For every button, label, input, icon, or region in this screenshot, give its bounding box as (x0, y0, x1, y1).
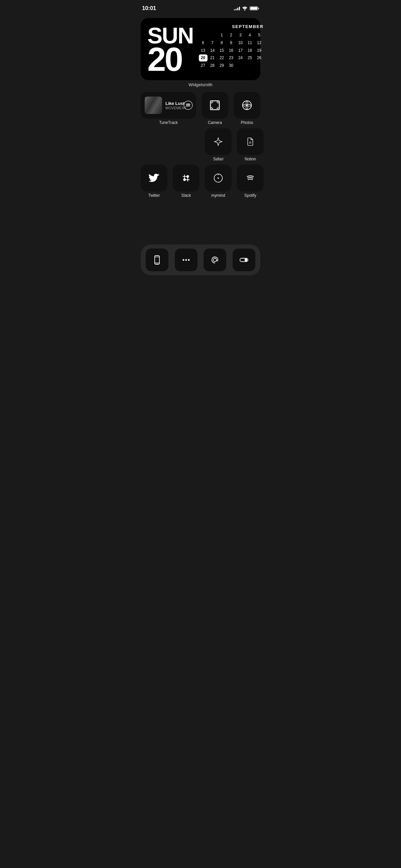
safari-icon (205, 128, 232, 155)
cal-day-9: 9 (227, 39, 236, 46)
spotify-app[interactable]: Spotify (237, 165, 264, 198)
cal-day-1: 1 (218, 32, 226, 39)
tunetrack-album-art (145, 97, 162, 114)
cal-day-20-today: 20 (199, 55, 208, 61)
app-grid-row1: Like Lust MOVEMENT TuneTrack (135, 92, 266, 125)
dock-mail-icon (204, 249, 226, 271)
dock-phone[interactable] (144, 249, 171, 271)
toggle-icon (239, 255, 249, 265)
slack-icon-svg (180, 172, 192, 184)
tunetrack-app[interactable]: Like Lust MOVEMENT TuneTrack (141, 92, 196, 125)
cal-day-16: 16 (227, 47, 236, 54)
tunetrack-label: TuneTrack (159, 120, 178, 125)
cal-day-8: 8 (218, 39, 226, 46)
twitter-icon-svg (148, 172, 160, 184)
mail-at-icon (210, 255, 220, 265)
camera-icon (202, 92, 228, 119)
slack-app[interactable]: Slack (173, 165, 199, 198)
svg-point-27 (245, 258, 247, 261)
svg-point-23 (185, 259, 187, 261)
notion-label: Notion (245, 157, 256, 161)
cal-day-23: 23 (227, 55, 236, 61)
camera-app[interactable]: Camera (202, 92, 228, 125)
spotify-label: Spotify (244, 193, 256, 198)
calendar-grid: 1 2 3 4 5 6 7 8 9 10 11 12 13 14 15 16 1… (199, 32, 264, 69)
calendar-widget[interactable]: SUN 20 SEPTEMBER 1 2 3 4 5 6 7 8 9 10 11… (141, 18, 260, 80)
photos-label: Photos (241, 120, 253, 125)
slack-icon (173, 165, 199, 191)
cal-day-29: 29 (218, 62, 226, 69)
wifi-icon (242, 6, 248, 11)
svg-point-1 (184, 101, 192, 110)
cal-day-21: 21 (208, 55, 217, 61)
dock-settings[interactable] (231, 249, 257, 271)
widget-date-number: 20 (147, 44, 193, 74)
twitter-label: Twitter (148, 193, 160, 198)
cal-day-17: 17 (236, 47, 245, 54)
cal-day-30: 30 (227, 62, 236, 69)
dock-more[interactable] (173, 249, 199, 271)
phone-icon (152, 255, 162, 265)
safari-app[interactable]: Safari (205, 128, 232, 161)
cal-day-3: 3 (236, 32, 245, 39)
cal-day-27: 27 (199, 62, 208, 69)
widget-date-left: SUN 20 (147, 24, 193, 74)
dock-more-icon (175, 249, 197, 271)
twitter-icon (141, 165, 167, 191)
svg-point-25 (213, 258, 217, 261)
photos-icon-svg (241, 99, 253, 112)
safari-icon-svg (212, 135, 224, 148)
cal-day-10: 10 (236, 39, 245, 46)
svg-point-16 (218, 178, 219, 179)
signal-icon (234, 6, 240, 10)
widget-calendar-right: SEPTEMBER 1 2 3 4 5 6 7 8 9 10 11 12 13 … (199, 24, 264, 69)
cal-day-14: 14 (208, 47, 217, 54)
cal-day-15: 15 (218, 47, 226, 54)
camera-icon-svg (209, 99, 221, 112)
photos-app[interactable]: Photos (234, 92, 260, 125)
spotify-mini-icon (183, 100, 193, 110)
cal-day-25: 25 (246, 55, 254, 61)
dock-mail[interactable] (202, 249, 228, 271)
dock-phone-icon (146, 249, 168, 271)
cal-day-12: 12 (255, 39, 264, 46)
tunetrack-icon: Like Lust MOVEMENT (141, 92, 196, 119)
cal-day-7: 7 (208, 39, 217, 46)
status-bar: 10:01 (135, 0, 266, 15)
svg-text:n: n (249, 140, 252, 145)
battery-icon (250, 6, 259, 10)
dock (141, 245, 260, 275)
widgetsmith-label: Widgetsmith (135, 82, 266, 87)
cal-day-4: 4 (246, 32, 254, 39)
mymind-app[interactable]: mymind (205, 165, 232, 198)
notion-app[interactable]: n Notion (237, 128, 264, 161)
cal-day-11: 11 (246, 39, 254, 46)
cal-day-6: 6 (199, 39, 208, 46)
cal-day-26: 26 (255, 55, 264, 61)
cal-day-5: 5 (255, 32, 264, 39)
app-grid-row3: Twitter Slack my (135, 165, 266, 198)
mymind-label: mymind (211, 193, 225, 198)
cal-day-18: 18 (246, 47, 254, 54)
svg-point-22 (182, 259, 184, 261)
more-dots-icon (181, 255, 191, 265)
safari-label: Safari (213, 157, 223, 161)
cal-day-28: 28 (208, 62, 217, 69)
cal-day-19: 19 (255, 47, 264, 54)
calendar-month: SEPTEMBER (199, 24, 264, 29)
cal-day-2: 2 (227, 32, 236, 39)
status-icons (234, 6, 259, 11)
status-time: 10:01 (142, 5, 156, 12)
cal-day-22: 22 (218, 55, 226, 61)
spotify-icon-svg (244, 172, 257, 184)
cal-day-24: 24 (236, 55, 245, 61)
svg-point-21 (157, 264, 157, 264)
dock-settings-icon (233, 249, 255, 271)
svg-point-24 (188, 259, 189, 261)
twitter-app[interactable]: Twitter (141, 165, 167, 198)
svg-marker-5 (215, 138, 222, 146)
svg-point-0 (244, 10, 245, 11)
photos-icon (234, 92, 260, 119)
notion-icon: n (237, 128, 264, 155)
slack-label: Slack (181, 193, 191, 198)
